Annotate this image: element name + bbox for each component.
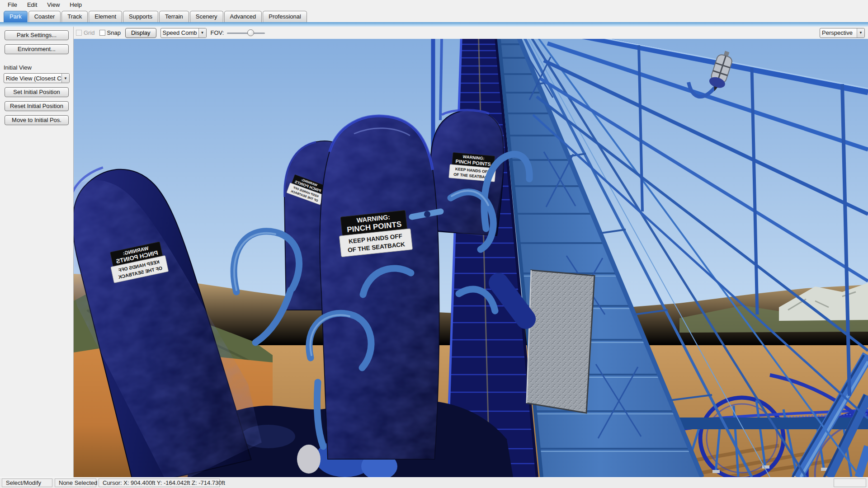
status-cursor: Cursor: X: 904.400ft Y: -164.042ft Z: -7… xyxy=(99,479,220,487)
display-button[interactable]: Display xyxy=(125,28,156,38)
fov-label: FOV: xyxy=(211,29,224,36)
status-extra xyxy=(834,479,866,487)
viewport-3d[interactable]: WARNING: PINCH POINTS KEEP HANDS OFF OF … xyxy=(74,39,868,477)
viewport-toolbar: Grid Snap Display Speed Comb ▼ FOV: Pers… xyxy=(74,27,868,39)
reset-initial-position-button[interactable]: Reset Initial Position xyxy=(5,101,69,111)
tab-scenery[interactable]: Scenery xyxy=(190,11,223,22)
snap-label: Snap xyxy=(107,29,121,36)
status-selection: None Selected xyxy=(55,479,96,487)
left-panel: Park Settings... Environment... Initial … xyxy=(0,27,74,477)
status-bar: Select/Modify None Selected Cursor: X: 9… xyxy=(0,477,868,488)
tab-supports[interactable]: Supports xyxy=(123,11,158,22)
initial-view-label: Initial View xyxy=(4,64,73,71)
move-to-initial-pos-button[interactable]: Move to Initial Pos. xyxy=(5,115,69,125)
tab-professional[interactable]: Professional xyxy=(263,11,307,22)
fov-slider-groove[interactable] xyxy=(227,33,265,34)
seat-center xyxy=(318,111,444,464)
grid-checkbox[interactable] xyxy=(76,30,82,36)
status-mode: Select/Modify xyxy=(2,479,52,487)
checker-plate xyxy=(527,270,594,413)
menu-view[interactable]: View xyxy=(42,0,65,9)
grid-label: Grid xyxy=(84,29,95,36)
projection-combo-value: Perspective xyxy=(820,29,857,36)
initial-view-combo[interactable]: Ride View (Closest C ▼ xyxy=(4,73,70,83)
tab-terrain[interactable]: Terrain xyxy=(159,11,189,22)
fov-slider-handle[interactable] xyxy=(247,29,254,36)
tab-bar: Park Coaster Track Element Supports Terr… xyxy=(0,9,868,22)
tab-track[interactable]: Track xyxy=(61,11,88,22)
initial-view-value: Ride View (Closest C xyxy=(4,75,61,82)
menu-bar: File Edit View Help xyxy=(0,0,868,9)
accent-strip xyxy=(0,22,868,27)
projection-combo[interactable]: Perspective ▼ xyxy=(820,28,865,38)
speed-combo[interactable]: Speed Comb ▼ xyxy=(160,28,207,38)
chevron-down-icon: ▼ xyxy=(61,74,69,83)
park-settings-button[interactable]: Park Settings... xyxy=(5,30,69,40)
chevron-down-icon: ▼ xyxy=(198,28,206,38)
fov-slider[interactable] xyxy=(227,29,265,37)
tab-coaster[interactable]: Coaster xyxy=(28,11,61,22)
set-initial-position-button[interactable]: Set Initial Position xyxy=(5,87,69,97)
chevron-down-icon: ▼ xyxy=(857,28,864,38)
speed-combo-value: Speed Comb xyxy=(161,29,198,36)
environment-button[interactable]: Environment... xyxy=(5,44,69,54)
tab-advanced[interactable]: Advanced xyxy=(224,11,262,22)
tab-element[interactable]: Element xyxy=(89,11,122,22)
tab-park[interactable]: Park xyxy=(4,11,28,22)
menu-edit[interactable]: Edit xyxy=(22,0,42,9)
snap-checkbox[interactable] xyxy=(99,30,105,36)
menu-file[interactable]: File xyxy=(3,0,22,9)
menu-help[interactable]: Help xyxy=(65,0,87,9)
